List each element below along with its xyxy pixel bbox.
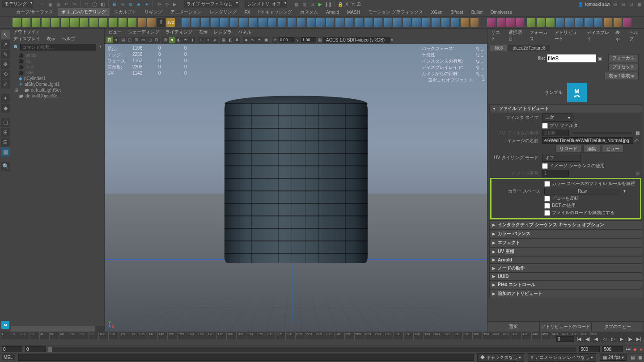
shelf-right-3[interactable] xyxy=(546,18,555,27)
vp-tex[interactable]: ◐ xyxy=(176,37,182,43)
construction-icon[interactable]: ⚙ xyxy=(164,1,170,7)
shelf-insert[interactable] xyxy=(384,18,392,27)
vp-view-icon[interactable]: ▦ xyxy=(317,37,323,43)
shelf-poly-torus[interactable] xyxy=(51,18,59,27)
shelf-tab[interactable]: XGen xyxy=(428,9,446,16)
play-fwd-button[interactable]: ▷ xyxy=(610,335,617,342)
shelf-poly-disc[interactable] xyxy=(70,18,79,27)
shelf-smooth[interactable] xyxy=(201,18,209,27)
vp-xray[interactable]: ◧ xyxy=(227,37,233,43)
shelf-quad2[interactable] xyxy=(516,18,525,27)
hyper-icon[interactable]: ⊡ xyxy=(309,1,315,7)
shelf-tab[interactable]: カスタム xyxy=(297,8,322,16)
outliner-item[interactable]: side xyxy=(13,70,104,76)
shelf-poly-cube[interactable] xyxy=(22,18,31,27)
attr-section-head[interactable]: ▶Arnold xyxy=(489,256,642,264)
filter-type-dropdown[interactable]: 二次▾ xyxy=(542,114,573,122)
vp-shadow[interactable]: ◗ xyxy=(189,37,195,43)
fps-dropdown[interactable]: ▦ 24 fps ▾ xyxy=(600,354,627,361)
file-open-icon[interactable]: ▣ xyxy=(47,1,53,7)
shelf-target[interactable] xyxy=(335,18,344,27)
outliner-dropdown-arrow[interactable]: ▾ xyxy=(99,44,102,49)
vp-grid[interactable]: ⊞ xyxy=(133,37,140,43)
snap-plane-icon[interactable]: ◈ xyxy=(136,1,142,7)
shelf-harden[interactable] xyxy=(364,18,373,27)
image-seq-check[interactable] xyxy=(542,163,548,169)
shelf-poly-super[interactable] xyxy=(147,18,156,27)
outliner-scrollbar[interactable] xyxy=(11,326,104,332)
layout-two[interactable]: ⊟ xyxy=(1,138,10,147)
file-name-field[interactable] xyxy=(547,54,596,63)
image-name-field[interactable] xyxy=(542,137,633,144)
flip-view-check[interactable] xyxy=(544,196,550,202)
script-editor-icon[interactable]: ▤ xyxy=(631,355,635,360)
browse-icon[interactable]: 🗀 xyxy=(635,138,640,143)
shelf-append[interactable] xyxy=(268,18,277,27)
select-icon[interactable]: ◻ xyxy=(83,1,89,7)
viewport-icon[interactable]: ▦ xyxy=(293,1,299,7)
vp-safe[interactable]: ⊡ xyxy=(153,37,160,43)
viewport-menu-item[interactable]: パネル xyxy=(238,29,251,35)
paint-icon[interactable]: ◧ xyxy=(99,1,106,7)
shelf-poly-pipe[interactable] xyxy=(109,18,117,27)
layout-single[interactable]: ▢ xyxy=(1,118,10,127)
ignore-cs-rules-check[interactable] xyxy=(544,181,550,187)
outliner-item[interactable]: ⊞defaultLightSet xyxy=(13,87,104,93)
attr-section-head[interactable]: ▶エフェクト xyxy=(489,238,642,247)
shelf-tab[interactable]: FX xyxy=(241,9,254,16)
shelf-remesh[interactable] xyxy=(239,18,248,27)
shelf-extrude[interactable] xyxy=(288,18,296,27)
range-end-field[interactable] xyxy=(579,346,600,352)
shelf-poly-cone[interactable] xyxy=(42,18,50,27)
outliner-item[interactable]: persp xyxy=(13,52,104,58)
shelf-svg[interactable]: SVG xyxy=(166,18,175,27)
prev-key-button[interactable]: ◀| xyxy=(584,335,591,342)
shelf-right-5[interactable] xyxy=(565,18,574,27)
top-icon-c[interactable]: ⊡ xyxy=(628,1,634,7)
attr-side-button[interactable]: 表示 / 非表示 xyxy=(605,72,639,80)
attr-menu-item[interactable]: ヘルプ xyxy=(629,29,640,42)
shelf-right-2[interactable] xyxy=(537,18,545,27)
shelf-right-9[interactable] xyxy=(604,18,612,27)
outliner-menu-item[interactable]: 表示 xyxy=(47,36,55,43)
shelf-right-4[interactable] xyxy=(556,18,564,27)
layout-out[interactable]: ▦ xyxy=(1,147,10,156)
shelf-chamfer[interactable] xyxy=(422,18,431,27)
viewport-menu-item[interactable]: シェーディング xyxy=(128,29,159,35)
tool-move[interactable]: ✥ xyxy=(1,60,10,69)
outliner-search[interactable] xyxy=(20,44,96,51)
shelf-tab[interactable]: スカルプト xyxy=(110,8,140,16)
layout-four[interactable]: ⊞ xyxy=(1,128,10,137)
tool-search[interactable]: 🔍 xyxy=(1,162,10,171)
shelf-tab[interactable]: Omniverse xyxy=(487,9,516,16)
pause-icon[interactable]: ❚❚ xyxy=(325,1,331,7)
use-bot-check[interactable] xyxy=(544,203,550,209)
file-new-icon[interactable]: ▫ xyxy=(39,1,45,7)
viewport-menu-item[interactable]: レンダラ xyxy=(214,29,232,35)
live-surface-dropdown[interactable]: ライブ サーフェスなし xyxy=(184,0,239,8)
shelf-tab[interactable]: リギング xyxy=(141,8,166,16)
shelf-reduce[interactable] xyxy=(230,18,238,27)
range-slider-track[interactable] xyxy=(48,347,576,352)
range-menu-icon[interactable]: ••• xyxy=(626,347,631,352)
lock-icon[interactable]: 🔒 xyxy=(337,1,343,7)
shelf-type-icon[interactable]: T xyxy=(157,18,165,27)
shelf-soft[interactable] xyxy=(355,18,363,27)
viewport-menu-item[interactable]: ビュー xyxy=(108,29,122,35)
shelf-right-6[interactable] xyxy=(575,18,584,27)
vp-motion[interactable]: ≈ xyxy=(205,37,211,43)
vp-nurbs[interactable]: ∿ xyxy=(250,37,256,43)
vp-film[interactable]: ▭ xyxy=(140,37,146,43)
workspace-dropdown[interactable]: モデリング xyxy=(2,0,33,8)
shelf-tab[interactable]: ポリゴンのモデリング xyxy=(58,8,110,16)
shelf-poly-plane[interactable] xyxy=(61,18,69,27)
cs-extra-icon[interactable]: ▾ xyxy=(622,189,627,194)
shelf-poke[interactable] xyxy=(403,18,411,27)
shelf-right-1[interactable] xyxy=(527,18,535,27)
vp-lights[interactable]: ✦ xyxy=(256,37,263,43)
shelf-bridge[interactable] xyxy=(307,18,315,27)
shelf-wedge[interactable] xyxy=(412,18,421,27)
edit-button[interactable]: 編集 xyxy=(583,145,600,153)
attr-menu-item[interactable]: フォーカス xyxy=(530,29,548,42)
command-line[interactable] xyxy=(18,354,474,361)
